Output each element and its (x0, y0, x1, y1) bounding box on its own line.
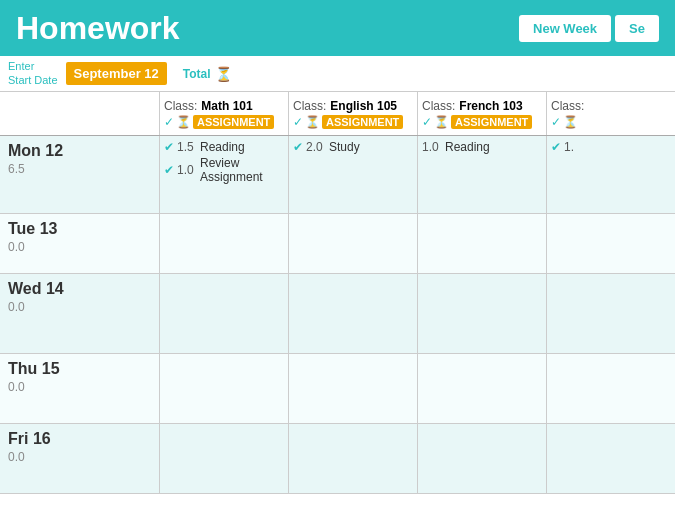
check-icon-english: ✓ (293, 115, 303, 129)
math101-column-header: Class: Math 101 ✓ ⏳ ASSIGNMENT (160, 92, 289, 135)
class-cell-3-1 (289, 354, 418, 423)
check-icon-french: ✓ (422, 115, 432, 129)
entry-name: Study (329, 140, 360, 154)
total-label: Total (183, 67, 211, 81)
entry-name: Reading (200, 140, 245, 154)
entry-hours: 1.5 (177, 140, 197, 154)
app-header: Homework New Week Se (0, 0, 675, 56)
table-row: Mon 126.5✔1.5Reading✔1.0Review Assignmen… (0, 136, 675, 214)
check-icon-extra: ✓ (551, 115, 561, 129)
table-row: Wed 140.0 (0, 274, 675, 354)
class-label-french: Class: (422, 99, 455, 113)
class-label-math: Class: (164, 99, 197, 113)
class-cell-4-1 (289, 424, 418, 493)
day-cell-0: Mon 126.5 (0, 136, 160, 213)
class-cell-3-2 (418, 354, 547, 423)
class-cell-4-0 (160, 424, 289, 493)
day-name-0: Mon 12 (8, 142, 151, 160)
class-cell-3-0 (160, 354, 289, 423)
table-row: Fri 160.0 (0, 424, 675, 494)
day-total-2: 0.0 (8, 300, 151, 314)
secondary-button[interactable]: Se (615, 15, 659, 42)
class-cell-1-0 (160, 214, 289, 273)
class-name-english: English 105 (330, 99, 397, 113)
class-cell-0-2: 1.0Reading (418, 136, 547, 213)
class-cell-4-2 (418, 424, 547, 493)
clock-icon-extra: ⏳ (563, 115, 578, 129)
day-name-1: Tue 13 (8, 220, 151, 238)
clock-icon-math: ⏳ (176, 115, 191, 129)
clock-icon-english: ⏳ (305, 115, 320, 129)
day-cell-2: Wed 140.0 (0, 274, 160, 353)
new-week-button[interactable]: New Week (519, 15, 611, 42)
clock-icon-french: ⏳ (434, 115, 449, 129)
class-cell-4-3 (547, 424, 675, 493)
day-cell-4: Fri 160.0 (0, 424, 160, 493)
assignment-entry: 1.0Reading (422, 140, 542, 154)
class-label-english: Class: (293, 99, 326, 113)
check-icon-math: ✓ (164, 115, 174, 129)
day-cell-3: Thu 150.0 (0, 354, 160, 423)
class-label-extra: Class: (551, 99, 584, 113)
class-cell-2-0 (160, 274, 289, 353)
table-row: Tue 130.0 (0, 214, 675, 274)
assignment-entry: ✔1.5Reading (164, 140, 284, 154)
entry-name: Reading (445, 140, 490, 154)
start-date-label: EnterStart Date (8, 60, 58, 86)
class-cell-3-3 (547, 354, 675, 423)
class-name-french: French 103 (459, 99, 522, 113)
header-button-group: New Week Se (519, 15, 659, 42)
done-check-icon: ✔ (551, 140, 561, 154)
app-title: Homework (16, 10, 180, 47)
day-total-3: 0.0 (8, 380, 151, 394)
column-headers: Class: Math 101 ✓ ⏳ ASSIGNMENT Class: En… (0, 92, 675, 136)
day-total-4: 0.0 (8, 450, 151, 464)
entry-name: Review Assignment (200, 156, 284, 184)
subheader-bar: EnterStart Date September 12 Total ⏳ (0, 56, 675, 92)
done-check-icon: ✔ (164, 163, 174, 177)
done-check-icon: ✔ (293, 140, 303, 154)
class-cell-0-3: ✔1. (547, 136, 675, 213)
class-cell-0-0: ✔1.5Reading✔1.0Review Assignment (160, 136, 289, 213)
assign-label-french: ASSIGNMENT (451, 115, 532, 129)
day-total-0: 6.5 (8, 162, 151, 176)
class-cell-0-1: ✔2.0Study (289, 136, 418, 213)
assign-label-english: ASSIGNMENT (322, 115, 403, 129)
assignment-entry: ✔1. (551, 140, 671, 154)
schedule-table: Mon 126.5✔1.5Reading✔1.0Review Assignmen… (0, 136, 675, 494)
entry-hours: 1. (564, 140, 584, 154)
entry-hours: 2.0 (306, 140, 326, 154)
class-cell-2-1 (289, 274, 418, 353)
class-name-math: Math 101 (201, 99, 252, 113)
french103-column-header: Class: French 103 ✓ ⏳ ASSIGNMENT (418, 92, 547, 135)
done-check-icon: ✔ (164, 140, 174, 154)
class-cell-1-3 (547, 214, 675, 273)
class-cell-1-2 (418, 214, 547, 273)
day-name-2: Wed 14 (8, 280, 151, 298)
day-name-3: Thu 15 (8, 360, 151, 378)
day-column-header (0, 92, 160, 135)
assign-label-math: ASSIGNMENT (193, 115, 274, 129)
total-clock-icon: ⏳ (215, 66, 232, 82)
extra-column-header: Class: ✓ ⏳ (547, 92, 675, 135)
entry-hours: 1.0 (422, 140, 442, 154)
entry-hours: 1.0 (177, 163, 197, 177)
assignment-entry: ✔2.0Study (293, 140, 413, 154)
english105-column-header: Class: English 105 ✓ ⏳ ASSIGNMENT (289, 92, 418, 135)
day-cell-1: Tue 130.0 (0, 214, 160, 273)
start-date-input[interactable]: September 12 (66, 62, 167, 85)
day-name-4: Fri 16 (8, 430, 151, 448)
assignment-entry: ✔1.0Review Assignment (164, 156, 284, 184)
class-cell-2-2 (418, 274, 547, 353)
class-cell-2-3 (547, 274, 675, 353)
class-cell-1-1 (289, 214, 418, 273)
table-row: Thu 150.0 (0, 354, 675, 424)
day-total-1: 0.0 (8, 240, 151, 254)
